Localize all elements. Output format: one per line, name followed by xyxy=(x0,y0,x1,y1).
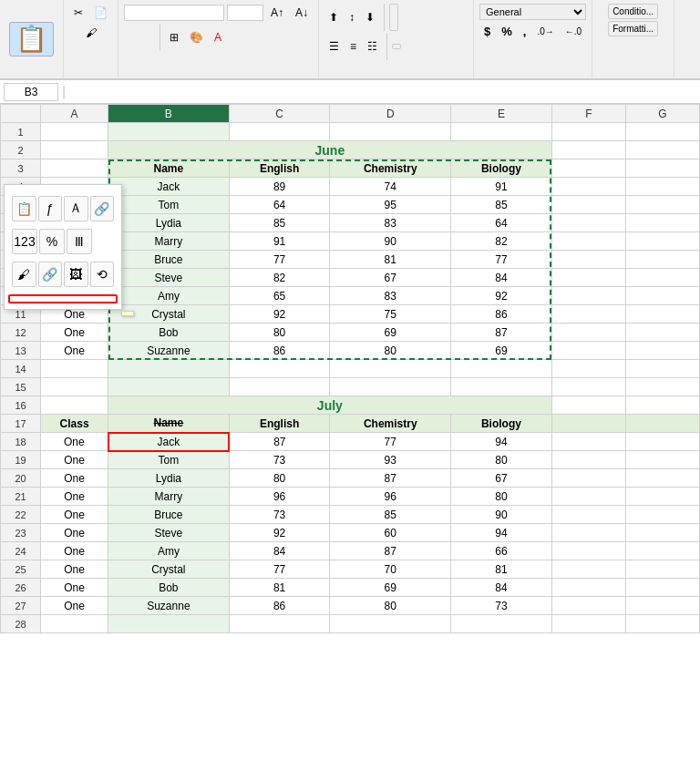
cell-r20-c6[interactable] xyxy=(551,469,625,488)
row-header-19[interactable]: 19 xyxy=(1,451,41,469)
cell-r12-c3[interactable]: 80 xyxy=(229,324,330,342)
cell-r21-c2[interactable]: Marry xyxy=(108,488,230,506)
paste-default-btn[interactable]: 📋 xyxy=(12,196,36,221)
cell-r26-c4[interactable]: 69 xyxy=(330,579,451,597)
col-header-e[interactable]: E xyxy=(451,105,552,123)
cell-r25-c4[interactable]: 70 xyxy=(330,560,451,579)
cell-r5-c5[interactable]: 85 xyxy=(451,196,552,214)
cell-r23-c7[interactable] xyxy=(625,524,699,542)
cell-r26-c1[interactable]: One xyxy=(41,579,108,597)
row-header-14[interactable]: 14 xyxy=(1,360,41,378)
cell-r4-c5[interactable]: 91 xyxy=(451,178,552,196)
cell-r10-c2[interactable]: Amy xyxy=(108,287,230,305)
cell-r19-c2[interactable]: Tom xyxy=(108,451,230,469)
cell-r22-c4[interactable]: 85 xyxy=(330,506,451,524)
cell-r15-c6[interactable] xyxy=(551,378,625,396)
font-size-input[interactable] xyxy=(227,5,263,21)
row-header-17[interactable]: 17 xyxy=(1,415,41,433)
cell-r17-c5[interactable]: Biology xyxy=(451,415,552,433)
cell-r22-c7[interactable] xyxy=(625,506,699,524)
cell-r1-c6[interactable] xyxy=(551,123,625,141)
paste-button[interactable]: 📋 xyxy=(9,22,54,57)
cell-r6-c4[interactable]: 83 xyxy=(330,214,451,232)
cell-r13-c3[interactable]: 86 xyxy=(229,342,330,360)
cell-r15-c7[interactable] xyxy=(625,378,699,396)
cell-r26-c6[interactable] xyxy=(551,579,625,597)
cell-r13-c1[interactable]: One xyxy=(41,342,108,360)
fill-color-button[interactable]: 🎨 xyxy=(185,28,208,46)
cell-r7-c7[interactable] xyxy=(625,232,699,251)
cell-r24-c1[interactable]: One xyxy=(41,542,108,560)
row-header-27[interactable]: 27 xyxy=(1,597,41,615)
row-header-15[interactable]: 15 xyxy=(1,378,41,396)
row-header-26[interactable]: 26 xyxy=(1,579,41,597)
row-header-23[interactable]: 23 xyxy=(1,524,41,542)
cell-r7-c4[interactable]: 90 xyxy=(330,232,451,251)
cell-r14-c4[interactable] xyxy=(330,360,451,378)
cell-r21-c1[interactable]: One xyxy=(41,488,108,506)
cell-r5-c2[interactable]: Tom xyxy=(108,196,230,214)
cell-r7-c2[interactable]: Marry xyxy=(108,232,230,251)
cell-r18-c3[interactable]: 87 xyxy=(229,433,330,451)
cell-r20-c4[interactable]: 87 xyxy=(330,469,451,488)
row-header-22[interactable]: 22 xyxy=(1,506,41,524)
cell-r3-c1[interactable] xyxy=(41,159,108,178)
cell-r22-c2[interactable]: Bruce xyxy=(108,506,230,524)
cell-r25-c3[interactable]: 77 xyxy=(229,560,330,579)
row-header-21[interactable]: 21 xyxy=(1,488,41,506)
cell-r28-c7[interactable] xyxy=(625,615,699,633)
cell-r20-c2[interactable]: Lydia xyxy=(108,469,230,488)
paste-img-btn[interactable]: 🖼 xyxy=(64,262,88,287)
row-header-2[interactable]: 2 xyxy=(1,141,41,159)
cell-r12-c5[interactable]: 87 xyxy=(451,324,552,342)
cell-r25-c1[interactable]: One xyxy=(41,560,108,579)
dollar-button[interactable]: $ xyxy=(479,22,495,41)
font-name-input[interactable] xyxy=(124,5,224,21)
row-header-25[interactable]: 25 xyxy=(1,560,41,579)
cell-r24-c7[interactable] xyxy=(625,542,699,560)
cell-r16-c7[interactable] xyxy=(625,396,699,415)
cell-r19-c1[interactable]: One xyxy=(41,451,108,469)
underline-button[interactable] xyxy=(146,35,155,40)
cell-r15-c1[interactable] xyxy=(41,378,108,396)
col-header-a[interactable]: A xyxy=(41,105,108,123)
cell-r8-c5[interactable]: 77 xyxy=(451,251,552,269)
cell-r11-c4[interactable]: 75 xyxy=(330,305,451,324)
cell-r16-c2[interactable]: July xyxy=(108,396,552,415)
cell-r28-c5[interactable] xyxy=(451,615,552,633)
cell-r25-c2[interactable]: Crystal xyxy=(108,560,230,579)
cell-r5-c7[interactable] xyxy=(625,196,699,214)
format-painter-button[interactable]: 🖌 xyxy=(81,24,101,42)
cell-r12-c7[interactable] xyxy=(625,324,699,342)
col-header-b[interactable]: B xyxy=(108,105,230,123)
row-header-13[interactable]: 13 xyxy=(1,342,41,360)
font-color-button[interactable]: A xyxy=(210,28,226,46)
cell-r7-c3[interactable]: 91 xyxy=(229,232,330,251)
cell-r1-c3[interactable] xyxy=(229,123,330,141)
cell-r2-c7[interactable] xyxy=(625,141,699,159)
cell-r14-c3[interactable] xyxy=(229,360,330,378)
row-header-16[interactable]: 16 xyxy=(1,396,41,415)
format-as-table-button[interactable]: Formatti... xyxy=(608,21,658,36)
cell-r10-c3[interactable]: 65 xyxy=(229,287,330,305)
cell-r23-c2[interactable]: Steve xyxy=(108,524,230,542)
paste-special-button[interactable] xyxy=(8,294,118,303)
cell-r8-c6[interactable] xyxy=(551,251,625,269)
cell-r9-c4[interactable]: 67 xyxy=(330,269,451,287)
cell-r21-c5[interactable]: 80 xyxy=(451,488,552,506)
cell-r6-c7[interactable] xyxy=(625,214,699,232)
bold-button[interactable] xyxy=(124,35,133,40)
decrease-font-button[interactable]: A↓ xyxy=(291,4,313,22)
cell-r21-c4[interactable]: 96 xyxy=(330,488,451,506)
paste-noformat-btn[interactable]: Ａ xyxy=(64,196,88,221)
align-bottom-button[interactable]: ⬇ xyxy=(361,4,379,31)
cell-r10-c7[interactable] xyxy=(625,287,699,305)
cell-r19-c6[interactable] xyxy=(551,451,625,469)
cell-r23-c5[interactable]: 94 xyxy=(451,524,552,542)
cell-r11-c5[interactable]: 86 xyxy=(451,305,552,324)
cell-r5-c4[interactable]: 95 xyxy=(330,196,451,214)
cell-r9-c3[interactable]: 82 xyxy=(229,269,330,287)
cell-r1-c7[interactable] xyxy=(625,123,699,141)
cell-r21-c7[interactable] xyxy=(625,488,699,506)
cell-r22-c6[interactable] xyxy=(551,506,625,524)
